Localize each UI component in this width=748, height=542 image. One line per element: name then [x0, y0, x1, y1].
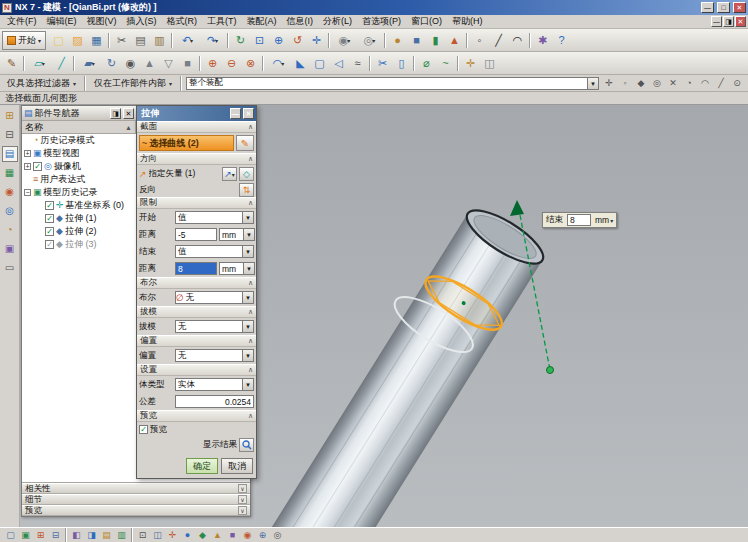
navigator-section-details[interactable]: 细节 [22, 494, 250, 505]
menu-item[interactable]: 插入(S) [122, 15, 162, 28]
feature-checkbox[interactable] [33, 162, 42, 171]
line-tool-icon[interactable]: ╱ [489, 31, 508, 50]
datum-plane-icon[interactable]: ▱▾ [27, 54, 52, 73]
boss-icon[interactable]: ▲ [140, 54, 159, 73]
vector-constructor-button[interactable]: ↗ [222, 167, 237, 181]
navigator-section-dependencies[interactable]: 相关性 [22, 483, 250, 494]
cylinder-tool-icon[interactable]: ▮ [426, 31, 445, 50]
fit-view-icon[interactable]: ⊡ [250, 31, 269, 50]
menu-item[interactable]: 信息(I) [282, 15, 319, 28]
navigator-close-button[interactable] [123, 108, 134, 119]
reuse-library-icon[interactable]: ▦ [2, 165, 18, 181]
menu-item[interactable]: 格式(R) [162, 15, 203, 28]
open-icon[interactable]: ▨ [68, 31, 87, 50]
end-distance-input[interactable]: 8 [175, 262, 217, 275]
navigator-section-preview[interactable]: 预览 [22, 505, 250, 516]
menu-item[interactable]: 装配(A) [242, 15, 282, 28]
intersect-icon[interactable]: ⊗ [241, 54, 260, 73]
snap-point-icon[interactable]: ✛ [601, 76, 617, 91]
redo-icon[interactable]: ↷▾ [200, 31, 225, 50]
boolean-combo[interactable]: ∅ 无 [175, 291, 254, 304]
document-close-button[interactable] [735, 16, 746, 27]
thread-icon[interactable]: ≈ [348, 54, 367, 73]
shaded-display-icon[interactable]: ◉▾ [332, 31, 357, 50]
selection-filter-dropdown[interactable]: 仅具选择过滤器 [3, 77, 80, 90]
revolve-icon[interactable]: ↻ [102, 54, 121, 73]
menu-item[interactable]: 视图(V) [82, 15, 122, 28]
feature-checkbox[interactable] [45, 214, 54, 223]
snap-tangent-icon[interactable]: ◠ [697, 76, 713, 91]
snap-endpoint-icon[interactable]: ◦ [617, 76, 633, 91]
menu-item[interactable]: 编辑(E) [42, 15, 82, 28]
section-view-icon[interactable]: ◫ [150, 529, 165, 542]
maximize-button[interactable] [717, 2, 730, 13]
reverse-direction-button[interactable]: ⇅ [239, 183, 254, 197]
close-button[interactable] [733, 2, 746, 13]
document-minimize-button[interactable] [711, 16, 722, 27]
snap-intersection-icon[interactable]: ✕ [665, 76, 681, 91]
offset-combo[interactable]: 无 [175, 349, 254, 362]
pan-icon[interactable]: ✛ [307, 31, 326, 50]
layer-icon[interactable]: ◧ [69, 529, 84, 542]
end-limit-combo[interactable]: 值 [175, 245, 254, 258]
selection-scope-dropdown[interactable]: 仅在工作部件内部 [90, 77, 176, 90]
expand-chevron-icon[interactable] [238, 484, 247, 493]
assembly-navigator-icon[interactable]: ⊞ [2, 108, 18, 124]
analysis-icon[interactable]: ~ [436, 54, 455, 73]
pocket-icon[interactable]: ▽ [159, 54, 178, 73]
preview-checkbox[interactable] [139, 425, 148, 434]
trim-body-icon[interactable]: ✂ [373, 54, 392, 73]
sketch-icon[interactable]: ✎ [2, 54, 21, 73]
save-icon[interactable]: ▦ [87, 31, 106, 50]
show-result-button[interactable] [239, 438, 254, 452]
snap-quadrant-icon[interactable]: ◔ [681, 76, 697, 91]
split-body-icon[interactable]: ▯ [392, 54, 411, 73]
start-unit-combo[interactable]: mm [219, 228, 255, 241]
snap-on-face-icon[interactable]: ⊙ [729, 76, 745, 91]
cut-icon[interactable]: ✂ [112, 31, 131, 50]
dialog-close-button[interactable] [243, 108, 254, 119]
select-filter-icon[interactable]: ▢ [3, 529, 18, 542]
section-header-settings[interactable]: 设置 [137, 364, 256, 376]
expand-chevron-icon[interactable] [238, 506, 247, 515]
end-unit-combo[interactable]: mm [219, 262, 255, 275]
point-tool-icon[interactable]: ◦ [470, 31, 489, 50]
shell-icon[interactable]: ▢ [310, 54, 329, 73]
arc-tool-icon[interactable]: ◠ [508, 31, 527, 50]
help-icon[interactable]: ? [552, 31, 571, 50]
assembly-scope-combo[interactable]: 整个装配 [186, 77, 599, 90]
sketch-section-button[interactable]: ✎ [236, 135, 254, 151]
snapshot-icon[interactable]: ✱ [533, 31, 552, 50]
section-header-section[interactable]: 截面 [137, 121, 256, 133]
hole-icon[interactable]: ◉ [121, 54, 140, 73]
paste-icon[interactable]: ▥ [150, 31, 169, 50]
section-header-offset[interactable]: 偏置 [137, 335, 256, 347]
wireframe-display-icon[interactable]: ◎▾ [357, 31, 382, 50]
start-limit-combo[interactable]: 值 [175, 211, 254, 224]
circle-icon[interactable]: ◎ [270, 529, 285, 542]
tree-expander-icon[interactable]: − [24, 189, 31, 196]
section-header-direction[interactable]: 方向 [137, 153, 256, 165]
dialog-collapse-button[interactable] [230, 108, 241, 119]
feature-checkbox[interactable] [45, 240, 54, 249]
edge-blend-icon[interactable]: ◠▾ [266, 54, 291, 73]
window-titlebar[interactable]: NX 7 - 建模 - [QianBi.prt (修改的) ] [0, 0, 748, 15]
chamfer-icon[interactable]: ◣ [291, 54, 310, 73]
pin-button[interactable] [110, 108, 121, 119]
graphics-window[interactable]: Z X Y ▤ 部件导航器 名称 ▲ [20, 105, 748, 527]
plus-icon[interactable]: ⊕ [255, 529, 270, 542]
tree-expander-icon[interactable]: + [24, 163, 31, 170]
unit-dropdown[interactable]: mm [592, 215, 616, 225]
onscreen-distance-field[interactable]: 结束 8 mm [542, 212, 617, 228]
snap-midpoint-icon[interactable]: ◆ [633, 76, 649, 91]
wcs-icon[interactable]: ✛ [461, 54, 480, 73]
history-icon[interactable]: ◔ [2, 222, 18, 238]
section-header-limits[interactable]: 限制 [137, 197, 256, 209]
sphere-tool-icon[interactable]: ● [388, 31, 407, 50]
unite-icon[interactable]: ⊕ [203, 54, 222, 73]
view-section-icon[interactable]: ◫ [480, 54, 499, 73]
vector-dialog-button[interactable]: ◇ [239, 167, 254, 181]
sphere-icon[interactable]: ● [180, 529, 195, 542]
refresh-icon[interactable]: ↻ [231, 31, 250, 50]
cancel-button[interactable]: 取消 [221, 458, 253, 474]
